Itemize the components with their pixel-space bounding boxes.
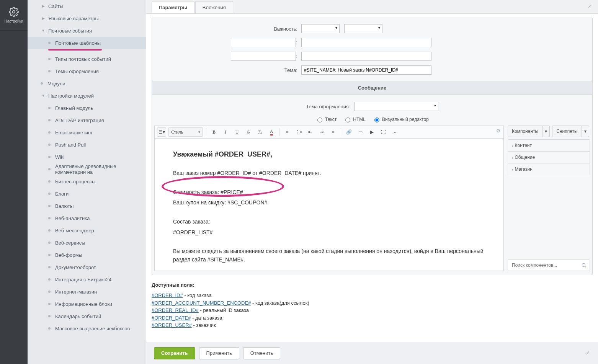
align-icon[interactable]: ≡	[328, 127, 338, 137]
unordered-list-icon[interactable]: ⋮≡	[294, 127, 303, 137]
component-search-input[interactable]	[511, 262, 581, 268]
image-icon[interactable]: ▭	[356, 127, 365, 137]
snippets-button[interactable]: Сниппеты	[552, 126, 582, 137]
sidebar-item-module-7[interactable]: Блоги	[28, 188, 146, 200]
indent-icon[interactable]: ⇥	[317, 127, 326, 137]
field-code-link[interactable]: #ORDER_DATE#	[152, 315, 191, 321]
main-area: Параметры Вложения Важность: :	[146, 0, 598, 364]
footer-pin-icon[interactable]	[585, 350, 590, 356]
underline-icon[interactable]: U	[232, 127, 242, 137]
sidebar-item-module-14[interactable]: Интеграция с Битрикс24	[28, 273, 146, 286]
editor-style-dropdown[interactable]: Стиль▾	[168, 127, 203, 137]
highlight-underline	[48, 49, 102, 51]
body-type-radios: Текст HTML Визуальный редактор	[152, 113, 592, 124]
sidebar-item-module-12[interactable]: Веб-формы	[28, 249, 146, 261]
sidebar-item-module-8[interactable]: Валюты	[28, 200, 146, 212]
rail-settings-label: Настройки	[4, 19, 23, 23]
radio-html[interactable]: HTML	[343, 116, 366, 122]
clear-format-icon[interactable]: Tx	[255, 127, 265, 137]
sidebar-item-module-10[interactable]: Веб-мессенджер	[28, 224, 146, 237]
settings-nav: ▶Сайты ▶Языковые параметры ▼Почтовые соб…	[28, 0, 146, 364]
input-field-1-value[interactable]	[301, 38, 431, 47]
radio-text[interactable]: Текст	[315, 116, 337, 122]
field-row: #ORDER_ACCOUNT_NUMBER_ENCODE# - код зака…	[152, 299, 593, 307]
video-icon[interactable]: ▶	[367, 127, 376, 137]
outdent-icon[interactable]: ⇤	[306, 127, 315, 137]
snippets-dropdown[interactable]: ▾	[582, 126, 589, 137]
sidebar-item-module-17[interactable]: Календарь событий	[28, 310, 146, 322]
sidebar-item-module-1[interactable]: AD/LDAP интеграция	[28, 114, 146, 126]
field-code-link[interactable]: #ORDER_ID#	[152, 292, 183, 298]
field-code-link[interactable]: #ORDER_REAL_ID#	[152, 307, 199, 313]
pin-icon[interactable]	[587, 3, 593, 10]
apply-button[interactable]: Применить	[199, 347, 239, 359]
section-message: Сообщение	[152, 81, 592, 95]
strike-icon[interactable]: S	[244, 127, 253, 137]
component-search[interactable]	[508, 260, 590, 271]
components-button[interactable]: Компоненты	[508, 126, 542, 137]
svg-point-0	[13, 11, 15, 13]
sidebar-item-module-4[interactable]: Wiki	[28, 151, 146, 163]
select-theme[interactable]	[354, 102, 438, 111]
sidebar-item-module-18[interactable]: Массовое выделение чекбоксов	[28, 322, 146, 335]
sidebar-item-mail-events[interactable]: ▼Почтовые события	[28, 24, 146, 37]
sidebar-item-mail-event-types[interactable]: Типы почтовых событий	[28, 53, 146, 65]
select-importance-2[interactable]	[344, 24, 382, 33]
acc-item-0[interactable]: Контент	[508, 140, 590, 152]
rail-settings[interactable]: Настройки	[0, 0, 28, 31]
bold-icon[interactable]: B	[209, 127, 219, 137]
visual-editor: ☰▾ Стиль▾ B I U S Tx A ≡ ⋮≡ ⇤	[154, 126, 504, 271]
admin-rail: Настройки	[0, 0, 28, 364]
sidebar-item-module-15[interactable]: Интернет-магазин	[28, 286, 146, 298]
select-importance-1[interactable]	[301, 24, 340, 33]
more-icon[interactable]: »	[390, 127, 399, 137]
field-row: #ORDER_REAL_ID# - реальный ID заказа	[152, 307, 593, 314]
input-subject[interactable]	[301, 65, 431, 75]
tab-params[interactable]: Параметры	[152, 1, 194, 13]
editor-settings-icon[interactable]: ⚙	[496, 128, 500, 134]
field-code-link[interactable]: #ORDER_ACCOUNT_NUMBER_ENCODE#	[152, 300, 251, 306]
sidebar-item-module-6[interactable]: Бизнес-процессы	[28, 175, 146, 188]
tab-attachments[interactable]: Вложения	[195, 1, 233, 13]
text-color-icon[interactable]: A	[267, 127, 276, 137]
editor-body[interactable]: Уважаемый #ORDER_USER#, Ваш заказ номер …	[155, 139, 503, 271]
acc-item-1[interactable]: Общение	[508, 152, 590, 163]
search-icon	[581, 263, 587, 268]
form-card: Важность: : : Те	[152, 18, 593, 275]
sidebar-item-module-3[interactable]: Push and Pull	[28, 139, 146, 151]
sidebar-item-module-11[interactable]: Веб-сервисы	[28, 237, 146, 249]
sidebar-item-modules[interactable]: Модули	[28, 77, 146, 90]
sidebar-item-module-2[interactable]: Email-маркетинг	[28, 126, 146, 139]
sidebar-item-sites[interactable]: ▶Сайты	[28, 0, 146, 12]
save-button[interactable]: Сохранить	[154, 347, 195, 359]
sidebar-item-module-9[interactable]: Веб-аналитика	[28, 212, 146, 224]
sidebar-item-module-16[interactable]: Информационные блоки	[28, 298, 146, 310]
sidebar-item-module-13[interactable]: Документооборот	[28, 261, 146, 273]
fields-title: Доступные поля:	[152, 282, 593, 288]
input-field-1-name[interactable]	[231, 38, 296, 47]
components-accordion: КонтентОбщениеМагазин	[508, 139, 590, 175]
radio-visual[interactable]: Визуальный редактор	[373, 116, 429, 122]
input-field-2-name[interactable]	[231, 52, 296, 61]
action-footer: Сохранить Применить Отменить	[146, 342, 598, 364]
field-code-link[interactable]: #ORDER_USER#	[152, 322, 192, 328]
ordered-list-icon[interactable]: ≡	[283, 127, 292, 137]
sidebar-item-module-0[interactable]: Главный модуль	[28, 102, 146, 114]
cancel-button[interactable]: Отменить	[243, 347, 280, 359]
input-field-2-value[interactable]	[301, 52, 431, 61]
components-dropdown[interactable]: ▾	[542, 126, 550, 137]
sidebar-item-lang-params[interactable]: ▶Языковые параметры	[28, 12, 146, 24]
sidebar-item-module-settings[interactable]: ▼Настройки модулей	[28, 90, 146, 102]
editor-mode-icon[interactable]: ☰▾	[157, 127, 166, 137]
editor-toolbar: ☰▾ Стиль▾ B I U S Tx A ≡ ⋮≡ ⇤	[155, 126, 503, 139]
fullscreen-icon[interactable]: ⛶	[379, 127, 388, 137]
body-greeting: Уважаемый #ORDER_USER#,	[173, 149, 485, 160]
sidebar-item-module-5[interactable]: Адаптивные древовидные комментарии на	[28, 163, 146, 175]
sidebar-item-themes[interactable]: Темы оформления	[28, 65, 146, 77]
sidebar-item-mail-templates[interactable]: Почтовые шаблоны	[28, 37, 146, 49]
label-subject: Тема:	[152, 67, 297, 73]
italic-icon[interactable]: I	[221, 127, 230, 137]
gear-icon	[9, 7, 19, 17]
acc-item-2[interactable]: Магазин	[508, 163, 590, 175]
link-icon[interactable]: 🔗	[344, 127, 353, 137]
